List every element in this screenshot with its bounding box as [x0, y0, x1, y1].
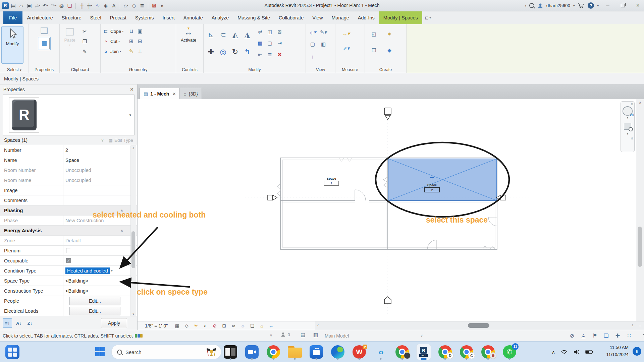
measure-between-icon[interactable]: ⇗▾ — [342, 45, 350, 52]
cut-profile-icon[interactable]: ✎ — [127, 48, 135, 55]
chat-app-icon[interactable] — [245, 344, 259, 360]
undo-icon[interactable]: ↶▾ — [42, 2, 49, 9]
wall-opening-icon[interactable]: ⊔ — [127, 27, 135, 35]
zoom-region-icon[interactable] — [624, 123, 631, 130]
property-value-room-number[interactable]: Unoccupied — [63, 165, 137, 175]
panel-label-view[interactable]: View — [306, 67, 335, 72]
close-inactive-views-icon[interactable]: ⊠ — [151, 2, 158, 9]
trim-extend-icon[interactable]: ↰ — [244, 48, 251, 56]
demolish-icon[interactable]: ⊥ — [136, 48, 144, 55]
design-options-icon[interactable]: ▥ — [313, 332, 318, 338]
file-explorer-icon[interactable] — [288, 344, 302, 360]
panel-label-controls[interactable]: Controls — [176, 67, 203, 72]
edit-button-people[interactable]: Edit... — [69, 297, 120, 305]
create-group-icon[interactable]: ◱ — [370, 31, 378, 38]
drawing-area[interactable]: Space 1 Space 2 — [138, 99, 636, 321]
checkbox-occupiable[interactable]: ✓ — [66, 258, 71, 263]
scroll-left-icon[interactable]: ‹ — [317, 323, 319, 327]
default-3d-view-icon[interactable]: ⌂▾ — [122, 2, 129, 9]
selected-space[interactable] — [389, 159, 496, 200]
redo-icon[interactable]: ↷▾ — [50, 2, 57, 9]
view-tab-1-mech[interactable]: ▤ 1 - Mech ✕ — [140, 88, 180, 99]
unjoin-icon[interactable]: ⊟ — [136, 38, 144, 45]
properties-close-icon[interactable]: ✕ — [130, 87, 134, 92]
chrome-profile-d-icon[interactable]: D — [438, 344, 452, 360]
view-scale[interactable]: 1/8" = 1'-0" — [145, 323, 168, 328]
ribbon-tab-precast[interactable]: Precast — [106, 11, 131, 24]
chrome-profile-c-icon[interactable]: C — [460, 344, 474, 360]
wifi-icon[interactable] — [561, 349, 568, 355]
split-element-icon[interactable]: ⇄ — [257, 28, 264, 36]
app-store-cart-icon[interactable] — [578, 3, 585, 8]
displace-elements-icon[interactable]: ◧ — [320, 41, 327, 48]
selection-filter[interactable]: Spaces (1) — [4, 137, 28, 143]
analytical-model-icon[interactable]: ⌂ — [259, 322, 265, 329]
volume-icon[interactable] — [573, 349, 580, 355]
panel-label-geometry[interactable]: Geometry — [101, 67, 176, 72]
spline-icon[interactable]: ∿ — [94, 2, 101, 9]
ribbon-tab-analyze[interactable]: Analyze — [207, 11, 233, 24]
sort-descending-icon[interactable]: Z↓ — [25, 319, 34, 327]
dropdown-chevron-icon[interactable]: ▾ — [111, 269, 113, 273]
chrome-icon[interactable] — [266, 344, 280, 360]
type-selector[interactable]: R ▾ — [3, 95, 135, 135]
sun-path-icon[interactable]: ☀ — [193, 322, 199, 329]
property-value-construction-type[interactable]: <Building> — [63, 286, 137, 296]
group-collapse-icon[interactable]: ∧ — [121, 205, 123, 215]
edge-icon[interactable] — [331, 344, 345, 360]
revit-taskbar-icon[interactable]: RRVT — [417, 344, 431, 360]
create-parts-icon[interactable]: ◆ — [386, 47, 393, 54]
chrome-profile-dark-icon[interactable] — [395, 344, 409, 360]
split-with-gap-icon[interactable]: ◫ — [266, 28, 274, 36]
help-menu-chevron-icon[interactable]: ▾ — [597, 4, 599, 7]
signed-in-user[interactable]: dharti25600 — [546, 3, 570, 8]
pin-icon[interactable]: ⇥ — [276, 40, 283, 47]
section-icon[interactable]: ◇ — [130, 2, 138, 9]
vertical-scrollbar[interactable]: ∧ — [636, 99, 644, 321]
properties-palette-icon[interactable]: ❏ — [40, 26, 49, 35]
selection-filter-chevron-icon[interactable]: ∨ — [101, 138, 104, 142]
ribbon-tab-file[interactable]: File — [3, 11, 22, 24]
tag-icon[interactable]: ◈ — [102, 2, 109, 9]
align-icon[interactable]: ⊾ — [207, 31, 215, 39]
ribbon-tab-steel[interactable]: Steel — [86, 11, 106, 24]
microsoft-store-icon[interactable] — [309, 344, 323, 360]
ribbon-tab-collaborate[interactable]: Collaborate — [274, 11, 308, 24]
ribbon-tab-annotate[interactable]: Annotate — [179, 11, 207, 24]
modify-dimension-icon[interactable]: ╫ — [78, 2, 85, 9]
reveal-hidden-icon[interactable]: ∞ — [230, 322, 236, 329]
revit-logo-icon[interactable]: R — [2, 2, 9, 9]
edit-button-electrical-loads[interactable]: Edit... — [69, 307, 120, 315]
whatsapp-icon[interactable]: ✆11 — [502, 344, 517, 360]
edit-type-button[interactable]: ▦ Edit Type — [109, 138, 133, 143]
worksharing-display-icon[interactable]: ❏ — [249, 322, 255, 329]
status-chevron-icon[interactable]: ∨ — [270, 333, 272, 338]
crop-view-icon[interactable]: ⊘ — [212, 322, 218, 329]
close-button[interactable]: ✕ — [632, 0, 644, 11]
property-group-phasing[interactable]: Phasing∧ — [0, 205, 137, 216]
selected-value[interactable]: Heated and cooled — [65, 267, 110, 274]
clock[interactable]: 11:50 AM 11/10/2024 — [606, 344, 629, 358]
crop-region-icon[interactable]: ⊡ — [221, 322, 227, 329]
panel-label-measure[interactable]: Measure — [335, 67, 365, 72]
property-value-occupiable[interactable]: ✓ — [63, 256, 137, 265]
legend-component-icon[interactable]: ❒ — [370, 47, 378, 54]
properties-scrollbar[interactable]: ∧ ∨ — [130, 145, 136, 316]
expand-qat-icon[interactable]: » — [159, 2, 166, 9]
ribbon-display-toggle-icon[interactable]: ⊡ ▾ — [425, 11, 431, 24]
steering-wheel-icon[interactable]: 2D — [623, 106, 633, 116]
restore-button[interactable] — [617, 0, 629, 11]
ribbon-tab-add-ins[interactable]: Add-Ins — [354, 11, 379, 24]
cut-to-clipboard-icon[interactable]: ✂ — [81, 27, 88, 35]
scroll-up-icon[interactable]: ∧ — [636, 101, 644, 104]
user-avatar-icon[interactable] — [537, 3, 543, 9]
copy-to-clipboard-icon[interactable]: ❐ — [81, 38, 88, 45]
temporary-hide-icon[interactable]: ☼ — [240, 322, 246, 329]
scroll-up-icon[interactable]: ∧ — [131, 146, 136, 150]
move-icon[interactable]: ✚ — [207, 48, 215, 56]
property-value-comments[interactable] — [63, 195, 137, 205]
apply-coping-icon[interactable]: ▣ — [136, 27, 144, 35]
wheel-menu-chevron-icon[interactable]: ▼ — [626, 116, 629, 119]
detail-level-icon[interactable]: ▦ — [174, 322, 180, 329]
select-by-face-icon[interactable]: ❏ — [603, 332, 610, 340]
